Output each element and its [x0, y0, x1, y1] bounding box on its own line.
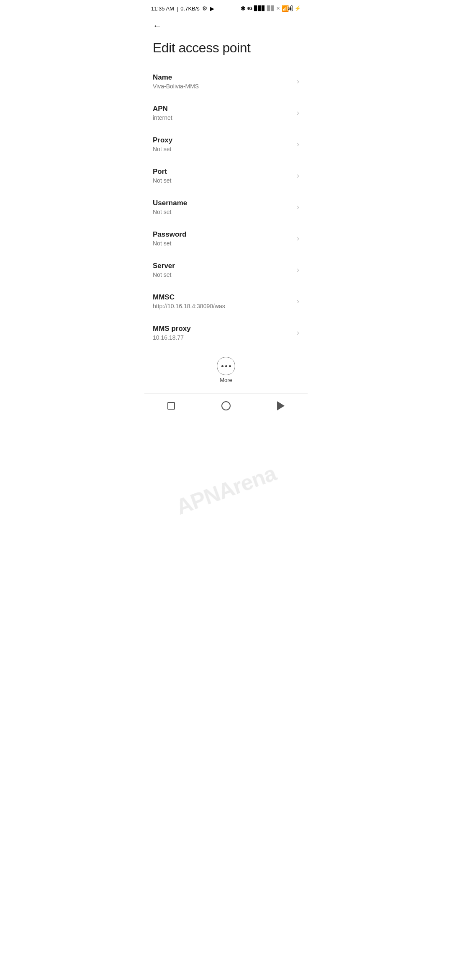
- settings-item-label-proxy: Proxy: [153, 136, 293, 144]
- settings-item-content-mms_proxy: MMS proxy 10.16.18.77: [153, 325, 293, 341]
- back-button[interactable]: ←: [151, 19, 164, 33]
- signal-bars-icon: ▊▊▊: [254, 5, 265, 11]
- settings-item-value-password: Not set: [153, 240, 293, 247]
- settings-item-port[interactable]: Port Not set ›: [144, 160, 308, 191]
- settings-item-apn[interactable]: APN internet ›: [144, 97, 308, 129]
- settings-item-label-mmsc: MMSC: [153, 293, 293, 302]
- settings-item-name[interactable]: Name Viva-Bolivia-MMS ›: [144, 66, 308, 97]
- status-left: 11:35 AM | 0.7KB/s ⚙ ▶: [151, 5, 214, 12]
- settings-item-server[interactable]: Server Not set ›: [144, 254, 308, 286]
- settings-item-mmsc[interactable]: MMSC http://10.16.18.4:38090/was ›: [144, 286, 308, 317]
- more-label: More: [220, 377, 232, 383]
- settings-item-content-proxy: Proxy Not set: [153, 136, 293, 152]
- settings-item-content-apn: APN internet: [153, 105, 293, 121]
- chevron-right-icon-mms_proxy: ›: [297, 328, 299, 337]
- settings-item-label-name: Name: [153, 73, 293, 82]
- battery-indicator: 38: [290, 5, 293, 11]
- signal-4g-icon: 4G: [247, 6, 252, 11]
- settings-item-content-password: Password Not set: [153, 230, 293, 247]
- settings-item-password[interactable]: Password Not set ›: [144, 223, 308, 254]
- bluetooth-icon: ✱: [241, 5, 245, 12]
- chevron-right-icon-proxy: ›: [297, 140, 299, 149]
- settings-item-content-port: Port Not set: [153, 168, 293, 184]
- settings-item-value-port: Not set: [153, 177, 293, 184]
- chevron-right-icon-name: ›: [297, 77, 299, 86]
- settings-item-value-proxy: Not set: [153, 146, 293, 152]
- status-right: ✱ 4G ▊▊▊ ▊▊ ✕ 📶 38 ⚡: [241, 5, 301, 12]
- network-speed: 0.7KB/s: [180, 5, 200, 12]
- settings-item-content-server: Server Not set: [153, 262, 293, 278]
- settings-item-mms_proxy[interactable]: MMS proxy 10.16.18.77 ›: [144, 317, 308, 348]
- nav-home-button[interactable]: [211, 399, 241, 413]
- settings-item-label-server: Server: [153, 262, 293, 270]
- chevron-right-icon-port: ›: [297, 171, 299, 180]
- back-arrow-icon: ←: [153, 21, 162, 31]
- video-icon: ▶: [210, 5, 214, 12]
- settings-item-proxy[interactable]: Proxy Not set ›: [144, 129, 308, 160]
- settings-item-content-name: Name Viva-Bolivia-MMS: [153, 73, 293, 90]
- settings-item-value-name: Viva-Bolivia-MMS: [153, 83, 293, 90]
- nav-back-icon: [277, 401, 285, 410]
- settings-item-label-username: Username: [153, 199, 293, 207]
- settings-item-username[interactable]: Username Not set ›: [144, 191, 308, 223]
- more-button[interactable]: More: [144, 348, 308, 390]
- time-label: 11:35 AM: [151, 5, 174, 12]
- chevron-right-icon-username: ›: [297, 203, 299, 211]
- nav-bar: [144, 393, 308, 420]
- status-bar: 11:35 AM | 0.7KB/s ⚙ ▶ ✱ 4G ▊▊▊ ▊▊ ✕ 📶 3…: [144, 0, 308, 15]
- separator: |: [177, 5, 178, 12]
- more-dots-icon: [221, 365, 231, 367]
- page-title: Edit access point: [144, 37, 308, 66]
- settings-item-label-mms_proxy: MMS proxy: [153, 325, 293, 333]
- settings-item-label-password: Password: [153, 230, 293, 239]
- chevron-right-icon-mmsc: ›: [297, 297, 299, 306]
- settings-list: Name Viva-Bolivia-MMS › APN internet › P…: [144, 66, 308, 348]
- charging-icon: ⚡: [295, 5, 301, 11]
- nav-recents-button[interactable]: [157, 400, 185, 412]
- nav-back-button[interactable]: [267, 399, 295, 413]
- signal-x-icon: ✕: [276, 6, 280, 11]
- nav-recents-icon: [167, 402, 175, 410]
- settings-item-content-username: Username Not set: [153, 199, 293, 215]
- chevron-right-icon-password: ›: [297, 234, 299, 243]
- toolbar: ←: [144, 15, 308, 37]
- settings-item-value-mms_proxy: 10.16.18.77: [153, 334, 293, 341]
- more-circle-icon: [217, 357, 235, 375]
- signal-bars2-icon: ▊▊: [267, 5, 275, 11]
- chevron-right-icon-apn: ›: [297, 108, 299, 117]
- settings-icon: ⚙: [202, 5, 208, 12]
- settings-item-value-mmsc: http://10.16.18.4:38090/was: [153, 303, 293, 309]
- nav-home-icon: [221, 401, 231, 410]
- settings-item-label-apn: APN: [153, 105, 293, 113]
- settings-item-content-mmsc: MMSC http://10.16.18.4:38090/was: [153, 293, 293, 309]
- settings-item-value-apn: internet: [153, 114, 293, 121]
- settings-item-value-server: Not set: [153, 271, 293, 278]
- chevron-right-icon-server: ›: [297, 266, 299, 274]
- settings-item-label-port: Port: [153, 168, 293, 176]
- settings-item-value-username: Not set: [153, 209, 293, 215]
